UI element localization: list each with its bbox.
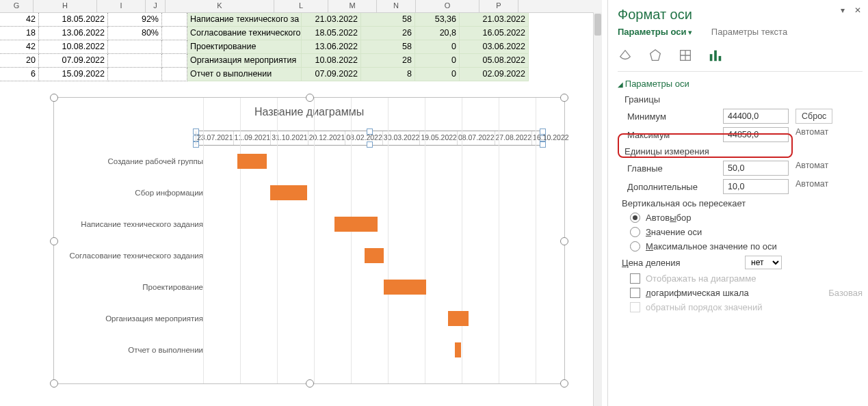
cell[interactable]: 13.06.2022 [302, 40, 361, 54]
cell[interactable] [108, 54, 162, 68]
tab-axis-options[interactable]: Параметры оси [618, 27, 693, 37]
minor-auto-button[interactable]: Автомат [795, 179, 828, 194]
cell[interactable] [162, 40, 187, 54]
cell[interactable] [108, 68, 162, 81]
radio-axis-max[interactable]: Максимальное значение по оси [630, 241, 863, 252]
cell[interactable]: 18.05.2022 [39, 13, 108, 27]
cell[interactable]: 21.03.2022 [460, 13, 529, 27]
gantt-bar[interactable] [455, 342, 461, 357]
chart-resize-handle[interactable] [306, 94, 314, 102]
cell[interactable]: 10.08.2022 [302, 54, 361, 68]
cell[interactable]: 42 [0, 13, 39, 27]
col-header-o[interactable]: O [416, 0, 479, 12]
cell[interactable]: 03.06.2022 [460, 40, 529, 54]
cell[interactable]: 58 [361, 13, 415, 27]
gantt-bar[interactable] [384, 280, 427, 295]
gantt-bar[interactable] [237, 154, 267, 169]
cell[interactable]: 53,36 [415, 13, 460, 27]
cell[interactable]: 20,8 [415, 27, 460, 40]
cell[interactable]: Согласование технического [187, 27, 302, 40]
axis-options-section[interactable]: Параметры оси [618, 79, 863, 89]
cell[interactable]: 28 [361, 54, 415, 68]
cell[interactable]: 80% [108, 27, 162, 40]
display-units-select[interactable]: нет [745, 256, 782, 269]
col-header-m[interactable]: M [328, 0, 377, 12]
chart-resize-handle[interactable] [50, 94, 58, 102]
fill-icon[interactable] [618, 48, 633, 63]
cell[interactable]: 07.09.2022 [302, 68, 361, 81]
axis-options-icon[interactable] [708, 48, 723, 63]
chart-resize-handle[interactable] [560, 94, 568, 102]
col-header-l[interactable]: L [274, 0, 328, 12]
cell[interactable]: 92% [108, 13, 162, 27]
cell[interactable]: 02.09.2022 [460, 68, 529, 81]
cell[interactable]: 8 [361, 68, 415, 81]
size-icon[interactable] [678, 48, 693, 63]
gantt-bar[interactable] [448, 311, 469, 326]
reverse-order-checkbox[interactable]: обратный порядок значений [630, 302, 863, 312]
horizontal-axis-selected[interactable]: 23.07.202111.09.202131.10.202120.12.2021… [195, 131, 544, 146]
table-row[interactable]: 615.09.2022Отчет о выполнении07.09.20228… [0, 68, 602, 81]
cell[interactable] [108, 40, 162, 54]
cell[interactable] [162, 27, 187, 40]
effects-icon[interactable] [648, 48, 663, 63]
cell[interactable]: Организация мероприятия [187, 54, 302, 68]
cell[interactable]: 42 [0, 40, 39, 54]
vertical-scrollbar[interactable] [593, 12, 602, 406]
minimum-input[interactable] [723, 109, 789, 124]
major-auto-button[interactable]: Автомат [795, 161, 828, 176]
major-unit-input[interactable] [723, 161, 789, 176]
cell[interactable]: 0 [415, 54, 460, 68]
cell[interactable]: 13.06.2022 [39, 27, 108, 40]
cell[interactable]: 58 [361, 40, 415, 54]
cell[interactable]: 15.09.2022 [39, 68, 108, 81]
cell[interactable]: 18.05.2022 [302, 27, 361, 40]
table-row[interactable]: 4210.08.2022Проектирование13.06.20225800… [0, 40, 602, 54]
minimum-reset-button[interactable]: Сброс [795, 109, 832, 124]
cell[interactable]: 20 [0, 54, 39, 68]
pane-close-icon[interactable]: ✕ [854, 5, 861, 15]
cell[interactable]: 05.08.2022 [460, 54, 529, 68]
cell[interactable]: 10.08.2022 [39, 40, 108, 54]
gantt-bar[interactable] [334, 217, 378, 232]
chart-resize-handle[interactable] [50, 379, 58, 388]
col-header-i[interactable]: I [97, 0, 146, 12]
radio-auto[interactable]: Автовыбор [630, 213, 863, 223]
col-header-j[interactable]: J [146, 0, 166, 12]
maximum-auto-button[interactable]: Автомат [795, 127, 828, 142]
gantt-bar[interactable] [270, 185, 307, 200]
chart-resize-handle[interactable] [560, 237, 568, 245]
cell[interactable]: 07.09.2022 [39, 54, 108, 68]
chart-resize-handle[interactable] [306, 379, 314, 388]
table-row[interactable]: 1813.06.202280%Согласование технического… [0, 27, 602, 40]
col-header-h[interactable]: H [34, 0, 97, 12]
cell[interactable]: 16.05.2022 [460, 27, 529, 40]
cell[interactable]: Отчет о выполнении [187, 68, 302, 81]
radio-axis-value[interactable]: Значение оси [630, 227, 863, 237]
cell[interactable]: 6 [0, 68, 39, 81]
pane-options-icon[interactable]: ▾ [841, 5, 845, 15]
chart-resize-handle[interactable] [560, 379, 568, 388]
tab-text-options[interactable]: Параметры текста [711, 27, 787, 37]
cell[interactable] [162, 54, 187, 68]
cell[interactable]: Проектирование [187, 40, 302, 54]
cell[interactable]: Написание технического за [187, 13, 302, 27]
cell[interactable] [162, 68, 187, 81]
table-row[interactable]: 2007.09.2022Организация мероприятия10.08… [0, 54, 602, 68]
cell[interactable]: 18 [0, 27, 39, 40]
chart-resize-handle[interactable] [50, 237, 58, 245]
maximum-input[interactable] [723, 127, 789, 142]
cell[interactable] [162, 13, 187, 27]
cell[interactable]: 21.03.2022 [302, 13, 361, 27]
scrollbar-thumb[interactable] [594, 14, 601, 36]
col-header-g[interactable]: G [0, 0, 34, 12]
chart-title[interactable]: Название диаграммы [54, 106, 564, 118]
col-header-k[interactable]: K [166, 0, 274, 12]
chart-plot-area[interactable]: Создание рабочей группыСбор информацииНа… [66, 146, 549, 368]
col-header-p[interactable]: P [479, 0, 518, 12]
chart-object[interactable]: Название диаграммы 23.07.202111.09.20213… [53, 97, 565, 384]
cell[interactable]: 26 [361, 27, 415, 40]
gantt-bar[interactable] [365, 248, 384, 263]
col-header-n[interactable]: N [377, 0, 416, 12]
log-scale-checkbox[interactable]: логарифмическая шкала Базовая [630, 288, 863, 298]
